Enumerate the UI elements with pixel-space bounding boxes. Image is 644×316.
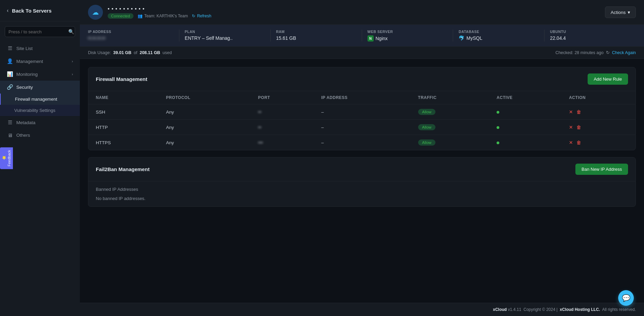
sidebar-item-label: Others [16, 133, 30, 138]
fail2ban-title: Fail2Ban Management [96, 166, 149, 172]
stat-ubuntu: UBUNTU 22.04.4 [544, 30, 636, 41]
actions-button[interactable]: Actions ▾ [605, 6, 636, 18]
fail2ban-body: Banned IP Addresses No banned IP address… [88, 181, 636, 206]
server-badges: Connected 👥 Team: KARTHIK's Team ↻ Refre… [108, 13, 211, 19]
row-name: SSH [88, 104, 159, 120]
col-port: Port [251, 91, 314, 104]
others-icon: 🖥 [7, 132, 13, 138]
search-icon: 🔍 [68, 29, 74, 34]
footer-brand: xCloud [493, 307, 507, 312]
row-traffic: Allow [411, 104, 489, 120]
feedback-icon: ⭐ [2, 156, 6, 160]
back-arrow-icon: ‹ [7, 7, 8, 14]
sidebar-item-management[interactable]: 👤 Management › [0, 55, 80, 68]
row-port: ••• [251, 135, 314, 150]
plan-value: ENTRY – Self Manag.. [185, 35, 265, 41]
search-box[interactable]: 🔍 [5, 26, 75, 37]
row-name: HTTPS [88, 135, 159, 150]
no-banned-message: No banned IP addresses. [96, 196, 628, 201]
refresh-button[interactable]: ↻ Refresh [192, 14, 211, 18]
chevron-right-icon: › [72, 72, 73, 76]
nav-section: ☰ Site List 👤 Management › 📊 Monitoring … [0, 40, 80, 144]
row-protocol: Any [159, 120, 251, 135]
row-port: •• [251, 120, 314, 135]
stat-web-server: WEB SERVER N Nginx [362, 30, 453, 41]
col-traffic: Traffic [411, 91, 489, 104]
row-ip: – [314, 120, 411, 135]
back-to-servers-label: Back To Servers [12, 8, 51, 14]
row-active [489, 135, 561, 150]
ubuntu-label: UBUNTU [550, 30, 630, 34]
row-ip: – [314, 104, 411, 120]
edit-button[interactable]: ✕ [569, 109, 573, 115]
col-ip: IP Address [314, 91, 411, 104]
chat-button[interactable]: 💬 [618, 290, 634, 306]
firewall-card: Firewall Management Add New Rule Name Pr… [88, 67, 636, 150]
security-section: 🔗 Security Firewall management Vulnerabi… [0, 81, 80, 116]
row-protocol: Any [159, 104, 251, 120]
disk-total: 208.11 GB [140, 50, 160, 55]
vulnerability-label: Vulnerability Settings [14, 108, 55, 113]
check-again-button[interactable]: Check Again [612, 50, 636, 55]
search-input[interactable] [8, 29, 66, 34]
checked-label: Checked: 28 minutes ago [555, 50, 604, 55]
sidebar-item-others[interactable]: 🖥 Others [0, 129, 80, 142]
team-label: Team: KARTHIK's Team [144, 14, 188, 18]
sidebar-item-label: Metadata [16, 120, 35, 125]
ban-new-ip-button[interactable]: Ban New IP Address [575, 164, 628, 175]
delete-button[interactable]: 🗑 [576, 124, 581, 130]
database-value: 🐬 MySQL [459, 35, 539, 41]
mysql-icon: 🐬 [459, 35, 464, 41]
row-action: ✕ 🗑 [561, 135, 636, 150]
stat-plan: PLAN ENTRY – Self Manag.. [179, 30, 271, 41]
row-ip: – [314, 135, 411, 150]
delete-button[interactable]: 🗑 [576, 109, 581, 115]
server-name-row: • • • • • • • • • • Connected 👥 Team: KA… [108, 6, 211, 19]
metadata-icon: ☰ [7, 119, 13, 126]
stat-ip-address: IP ADDRESS ••.••.••.•• [88, 30, 179, 41]
disk-usage-bar: Disk Usage: 39.01 GB of 208.11 GB used C… [80, 47, 644, 59]
delete-button[interactable]: 🗑 [576, 140, 581, 145]
row-active [489, 104, 561, 120]
actions-label: Actions [611, 10, 626, 15]
content-area: Firewall Management Add New Rule Name Pr… [80, 59, 644, 303]
disk-usage-text: Disk Usage: 39.01 GB of 208.11 GB used [88, 50, 172, 55]
sidebar-item-security[interactable]: 🔗 Security [0, 81, 80, 94]
row-port: •• [251, 104, 314, 120]
feedback-tab[interactable]: ⭐ Feedback [0, 147, 13, 169]
sidebar-item-vulnerability[interactable]: Vulnerability Settings [0, 105, 80, 116]
connected-badge: Connected [108, 13, 133, 19]
add-new-rule-button[interactable]: Add New Rule [588, 73, 628, 85]
col-active: Active [489, 91, 561, 104]
chevron-down-icon: ▾ [628, 10, 630, 15]
firewall-table: Name Protocol Port IP Address Traffic Ac… [88, 91, 636, 150]
firewall-title: Firewall Management [96, 76, 147, 82]
row-active [489, 120, 561, 135]
row-name: HTTP [88, 120, 159, 135]
sidebar-item-label: Monitoring [16, 72, 38, 77]
sidebar-item-label: Management [16, 59, 43, 64]
ubuntu-value: 22.04.4 [550, 35, 630, 41]
sidebar-item-firewall[interactable]: Firewall management [0, 94, 80, 105]
footer-company: xCloud Hosting LLC. [560, 307, 600, 312]
ram-value: 15.61 GB [276, 35, 356, 41]
ip-label: IP ADDRESS [88, 30, 174, 34]
site-list-icon: ☰ [7, 45, 13, 51]
sidebar-item-metadata[interactable]: ☰ Metadata [0, 116, 80, 129]
footer-copyright: Copyright © 2024 | [523, 307, 557, 312]
sidebar-item-monitoring[interactable]: 📊 Monitoring › [0, 68, 80, 81]
sidebar-item-site-list[interactable]: ☰ Site List [0, 42, 80, 55]
web-server-label: WEB SERVER [368, 30, 448, 34]
server-info: ☁ • • • • • • • • • • Connected 👥 Team: … [88, 5, 211, 20]
footer-text: xCloud v1.4.11 Copyright © 2024 | xCloud… [493, 307, 636, 312]
row-protocol: Any [159, 135, 251, 150]
ram-label: RAM [276, 30, 356, 34]
disk-suffix: used [163, 50, 172, 55]
edit-button[interactable]: ✕ [569, 140, 573, 145]
footer: xCloud v1.4.11 Copyright © 2024 | xCloud… [80, 303, 644, 316]
back-to-servers-btn[interactable]: ‹ Back To Servers [0, 0, 80, 21]
edit-button[interactable]: ✕ [569, 124, 573, 130]
row-action: ✕ 🗑 [561, 120, 636, 135]
security-icon: 🔗 [7, 84, 13, 90]
row-traffic: Allow [411, 120, 489, 135]
